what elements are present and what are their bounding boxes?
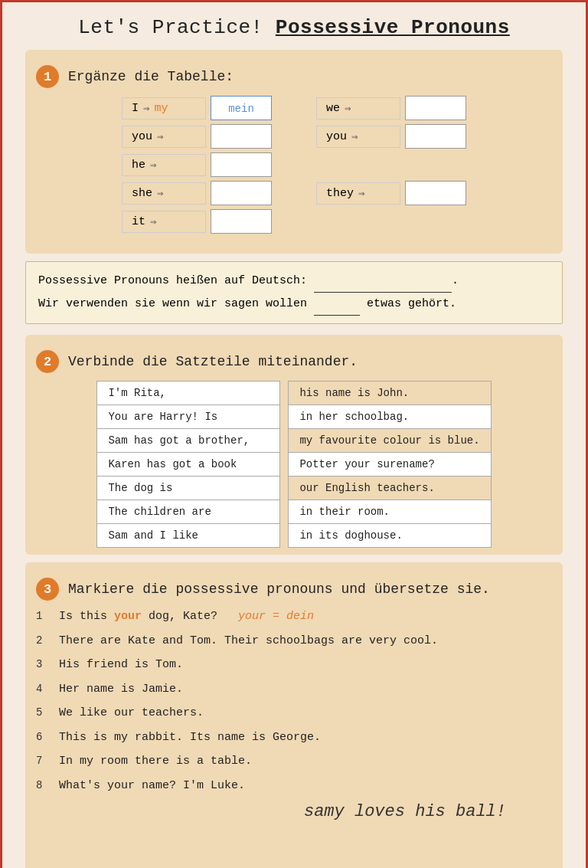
pronoun-row-we: we ⇒ xyxy=(316,96,466,120)
ex-text-7: In my room there is a table. xyxy=(59,753,252,771)
page-title: Let's Practice! Possessive Pronouns xyxy=(25,16,563,39)
title-prefix: Let's Practice! xyxy=(78,16,263,39)
section2-title: Verbinde die Satzteile miteinander. xyxy=(68,354,358,369)
exercise-item-1: 1 Is this your dog, Kate? your = dein xyxy=(36,608,552,626)
ex-text-3: His friend is Tom. xyxy=(59,657,183,674)
exercise-item-5: 5 We like our teachers. xyxy=(36,705,552,722)
ex-num-3: 3 xyxy=(36,658,50,670)
ex-text-8: What's your name? I'm Luke. xyxy=(59,778,245,795)
highlight-your: your xyxy=(114,610,142,623)
pronoun-he: he xyxy=(132,159,145,172)
section3-title: Markiere die possessive pronouns und übe… xyxy=(68,581,490,597)
pronoun-row-spacer xyxy=(316,152,466,177)
pronoun-cell-you-l: you ⇒ xyxy=(122,126,206,148)
right-pronoun-group: we ⇒ you ⇒ xyxy=(316,96,466,234)
translation-1: your = dein xyxy=(238,610,314,623)
exercise-item-3: 3 His friend is Tom. xyxy=(36,657,552,674)
pronoun-cell-we: we ⇒ xyxy=(316,97,400,120)
pronoun-you-l: you xyxy=(132,130,152,143)
info-box: Possessive Pronouns heißen auf Deutsch: … xyxy=(25,261,563,324)
info-line2: Wir verwenden sie wenn wir sagen wollen … xyxy=(38,293,550,316)
match-right-3: Potter your surename? xyxy=(288,452,491,477)
ex-num-5: 5 xyxy=(36,706,50,719)
pronoun-row-she: she ⇒ xyxy=(122,181,272,205)
input-their[interactable] xyxy=(405,181,466,205)
arrow-i: ⇒ xyxy=(143,102,149,115)
spacer-box xyxy=(405,152,466,177)
ex-num-1: 1 xyxy=(36,610,50,622)
info-line1: Possessive Pronouns heißen auf Deutsch: … xyxy=(38,270,550,293)
dog-area: samy loves his ball! xyxy=(36,802,552,868)
pronoun-cell-they: they ⇒ xyxy=(316,182,400,205)
blank-wem xyxy=(314,315,360,316)
page: Let's Practice! Possessive Pronouns 1 Er… xyxy=(2,2,586,868)
dog-illustration xyxy=(399,826,552,868)
pronoun-you-r: you xyxy=(326,130,347,143)
ex-num-2: 2 xyxy=(36,634,50,647)
dog-caption-area: samy loves his ball! xyxy=(304,802,552,868)
match-left-5: The children are xyxy=(96,500,280,524)
exercise-item-8: 8 What's your name? I'm Luke. xyxy=(36,778,552,795)
pronoun-it: it xyxy=(132,215,145,228)
pronoun-cell-he: he ⇒ xyxy=(122,154,206,176)
input-her[interactable] xyxy=(211,181,272,205)
ex-text-4: Her name is Jamie. xyxy=(59,681,183,699)
left-pronoun-group: I ⇒ my mein you ⇒ he xyxy=(122,96,272,234)
pronoun-row-you-l: you ⇒ xyxy=(122,124,272,149)
match-left-2: Sam has got a brother, xyxy=(96,428,280,453)
pronoun-she: she xyxy=(132,187,152,200)
input-his[interactable] xyxy=(211,152,272,177)
input-its[interactable] xyxy=(211,209,272,234)
pronoun-row-it: it ⇒ xyxy=(122,209,272,234)
exercise-list: 1 Is this your dog, Kate? your = dein 2 … xyxy=(36,608,552,794)
section3-wrapper: 3 Markiere die possessive pronouns und ü… xyxy=(25,562,563,868)
section1-number: 1 xyxy=(36,65,59,88)
section2-wrapper: 2 Verbinde die Satzteile miteinander. I'… xyxy=(25,335,563,555)
match-left-col: I'm Rita, You are Harry! Is Sam has got … xyxy=(96,381,280,547)
input-our[interactable] xyxy=(405,96,466,120)
section3-header: 3 Markiere die possessive pronouns und ü… xyxy=(36,578,552,601)
match-right-6: in its doghouse. xyxy=(288,523,491,548)
title-highlight: Possessive Pronouns xyxy=(276,16,510,39)
translation-my[interactable]: mein xyxy=(211,96,272,120)
input-your[interactable] xyxy=(211,124,272,149)
input-your-pl[interactable] xyxy=(405,124,466,149)
pronoun-row-he: he ⇒ xyxy=(122,152,272,177)
exercise-item-2: 2 There are Kate and Tom. Their schoolba… xyxy=(36,633,552,650)
ex-num-8: 8 xyxy=(36,779,50,791)
ex-num-6: 6 xyxy=(36,731,50,743)
ex-text-6: This is my rabbit. Its name is George. xyxy=(59,729,321,747)
section1-title: Ergänze die Tabelle: xyxy=(68,69,234,84)
filled-my: my xyxy=(154,102,168,115)
pronoun-row-they: they ⇒ xyxy=(316,181,466,205)
match-right-1: in her schoolbag. xyxy=(288,405,491,429)
pronoun-row-i: I ⇒ my mein xyxy=(122,96,272,120)
match-container: I'm Rita, You are Harry! Is Sam has got … xyxy=(36,381,552,547)
section2-header: 2 Verbinde die Satzteile miteinander. xyxy=(36,350,552,373)
pronoun-they: they xyxy=(326,187,354,200)
spacer-cell xyxy=(316,161,400,169)
ex-num-7: 7 xyxy=(36,755,50,767)
pronoun-cell-you-r: you ⇒ xyxy=(316,126,400,148)
ex-text-5: We like our teachers. xyxy=(59,705,204,722)
match-right-0: his name is John. xyxy=(288,381,491,405)
section2-number: 2 xyxy=(36,350,59,373)
match-right-2: my favourite colour is blue. xyxy=(288,428,491,453)
pronoun-row-you-r: you ⇒ xyxy=(316,124,466,149)
section3-number: 3 xyxy=(36,578,59,601)
ex-text-2: There are Kate and Tom. Their schoolbags… xyxy=(59,633,438,650)
exercise-item-7: 7 In my room there is a table. xyxy=(36,753,552,771)
match-right-col: his name is John. in her schoolbag. my f… xyxy=(288,381,491,547)
section1-wrapper: 1 Ergänze die Tabelle: I ⇒ my mein xyxy=(25,50,563,254)
match-left-1: You are Harry! Is xyxy=(96,405,280,429)
match-right-5: in their room. xyxy=(288,500,491,524)
pronoun-cell-i: I ⇒ my xyxy=(122,97,206,120)
dog-caption: samy loves his ball! xyxy=(304,802,552,821)
section1-header: 1 Ergänze die Tabelle: xyxy=(36,65,552,88)
pronoun-i: I xyxy=(132,102,139,115)
match-left-3: Karen has got a book xyxy=(96,452,280,477)
match-left-6: Sam and I like xyxy=(96,523,280,548)
pronoun-we: we xyxy=(326,102,340,115)
pronoun-cell-it: it ⇒ xyxy=(122,211,206,233)
exercise-item-4: 4 Her name is Jamie. xyxy=(36,681,552,699)
